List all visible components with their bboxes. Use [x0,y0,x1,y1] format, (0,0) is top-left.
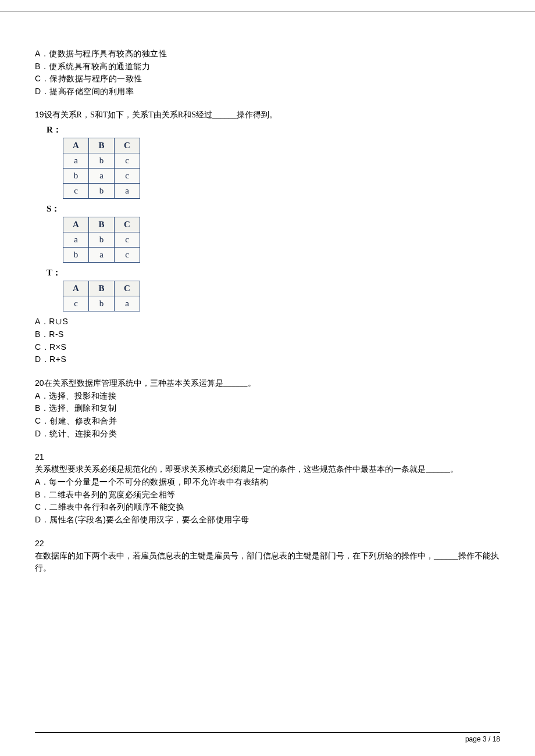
option: A．每一个分量是一个不可分的数据项，即不允许表中有表结构 [35,476,500,488]
cell: c [115,153,140,169]
option-group: A．每一个分量是一个不可分的数据项，即不允许表中有表结构 B．二维表中各列的宽度… [35,476,500,525]
relation-T: T： A B C c b a [35,267,500,311]
question-stem: 22在数据库的如下两个表中，若雇员信息表的主键是雇员号，部门信息表的主键是部门号… [35,538,500,574]
relation-R: R： A B C a b c b a c c [35,124,500,199]
question-21: 21关系模型要求关系必须是规范化的，即要求关系模式必须满足一定的条件，这些规范条… [35,451,500,525]
cell: c [115,232,140,248]
relation-label: T： [47,267,500,278]
col-header: A [63,138,89,153]
option: D．属性名(字段名)要么全部使用汉字，要么全部使用字母 [35,514,500,526]
question-22: 22在数据库的如下两个表中，若雇员信息表的主键是雇员号，部门信息表的主键是部门号… [35,538,500,574]
cell: b [63,248,89,263]
col-header: B [89,217,115,232]
cell: b [89,232,115,248]
relation-table: A B C a b c b a c c b a [63,138,140,199]
col-header: C [115,138,140,153]
page-footer: page 3 / 18 [35,732,500,743]
option: A．使数据与程序具有较高的独立性 [35,48,500,60]
question-19: 19设有关系R，S和T如下，关系T由关系R和S经过______操作得到。 R： … [35,109,500,365]
cell: c [63,296,89,311]
cell: b [89,296,115,311]
relation-table: A B C a b c b a c [63,217,140,263]
question-stem: 20在关系型数据库管理系统中，三种基本关系运算是______。 [35,377,500,389]
option-group: A．选择、投影和连接 B．选择、删除和复制 C．创建、修改和合并 D．统计、连接… [35,390,500,439]
page-content: A．使数据与程序具有较高的独立性 B．使系统具有较高的通道能力 C．保持数据与程… [0,12,535,609]
relation-label: R： [47,124,500,135]
option: C．二维表中各行和各列的顺序不能交换 [35,501,500,513]
col-header: B [89,138,115,153]
cell: a [63,153,89,169]
option: A．选择、投影和连接 [35,390,500,402]
option: A．R∪S [35,316,500,328]
option: D．提高存储空间的利用率 [35,86,500,98]
option: D．R+S [35,354,500,366]
col-header: B [89,281,115,296]
col-header: C [115,281,140,296]
cell: b [89,184,115,199]
option: C．保持数据与程序的一致性 [35,73,500,85]
col-header: A [63,281,89,296]
relation-label: S： [47,203,500,214]
question-stem: 21关系模型要求关系必须是规范化的，即要求关系模式必须满足一定的条件，这些规范条… [35,451,500,475]
relation-table: A B C c b a [63,281,140,311]
cell: c [115,169,140,184]
option: B．使系统具有较高的通道能力 [35,61,500,73]
option: B．二维表中各列的宽度必须完全相等 [35,489,500,501]
option: B．选择、删除和复制 [35,403,500,414]
col-header: A [63,217,89,232]
question-stem: 19设有关系R，S和T如下，关系T由关系R和S经过______操作得到。 [35,109,500,121]
relation-S: S： A B C a b c b a c [35,203,500,263]
option: D．统计、连接和分类 [35,428,500,440]
col-header: C [115,217,140,232]
option: C．创建、修改和合并 [35,415,500,427]
question-20: 20在关系型数据库管理系统中，三种基本关系运算是______。 A．选择、投影和… [35,377,500,439]
cell: c [115,248,140,263]
cell: a [89,248,115,263]
cell: a [115,184,140,199]
option: C．R×S [35,342,500,353]
cell: b [63,169,89,184]
option-group: A．R∪S B．R-S C．R×S D．R+S [35,316,500,365]
cell: a [115,296,140,311]
cell: c [63,184,89,199]
cell: b [89,153,115,169]
question-18-options: A．使数据与程序具有较高的独立性 B．使系统具有较高的通道能力 C．保持数据与程… [35,48,500,97]
page-number: page 3 / 18 [465,735,500,743]
cell: a [89,169,115,184]
cell: a [63,232,89,248]
option: B．R-S [35,329,500,341]
